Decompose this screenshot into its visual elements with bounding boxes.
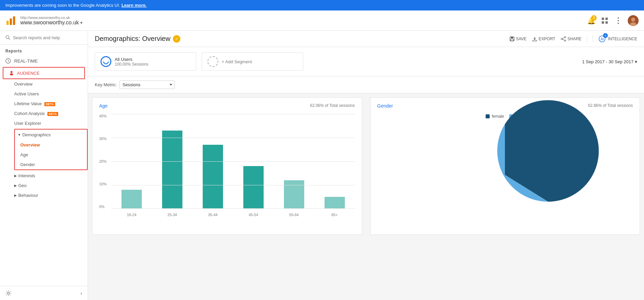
segment-info: All Users 100.00% Sessions [115,57,148,67]
audience-sub-items: Overview Active Users Lifetime Value BET… [0,79,88,200]
empty-ring-icon [207,56,218,67]
y-label-40: 40% [99,114,107,118]
intelligence-badge: 6 [603,33,608,38]
ga-logo-icon[interactable] [5,15,16,26]
grid-line-30 [111,138,355,138]
svg-point-11 [631,18,635,22]
grid-line-10 [111,185,355,185]
export-button[interactable]: EXPORT [532,36,555,42]
key-metric-row: Key Metric: Sessions Users Pageviews Pag… [88,76,644,93]
legend-female: female [486,114,504,119]
sidebar-item-demographics-age[interactable]: Age [20,150,87,160]
pie-chart-svg [454,124,556,226]
search-icon [5,35,10,40]
x-axis-labels: 18-24 25-34 35-44 45-54 55-64 65+ [111,210,355,217]
svg-rect-2 [13,16,15,25]
demographics-box: ▼ Demographics Overview Age Gender [14,129,88,170]
sidebar-item-audience[interactable]: AUDIENCE [3,68,84,78]
sidebar-item-geo[interactable]: ▶ Geo [14,181,88,190]
bar-65plus-rect [325,197,345,209]
age-chart-meta: 62.06% of Total sessions [310,103,355,108]
grid-line-20 [111,161,355,162]
bar-18-24[interactable] [114,190,149,209]
intelligence-button[interactable]: AI 6 INTELLIGENCE [593,35,637,43]
segment-row: All Users 100.00% Sessions + Add Segment… [88,47,644,76]
clock-icon [5,58,11,64]
svg-line-17 [8,61,9,62]
bar-45-54-rect [243,166,264,209]
person-icon [9,70,14,76]
x-label-65plus: 65+ [317,213,352,217]
site-url-main[interactable]: www.swoonworthy.co.uk ▾ [20,20,83,26]
key-metric-select[interactable]: Sessions Users Pageviews Pages / Session… [119,80,175,89]
top-banner: Improvements are coming soon to the Goog… [0,0,644,10]
y-label-0: 0% [99,205,107,209]
audience-section-box: AUDIENCE [3,67,85,79]
apps-grid-icon[interactable] [601,17,609,25]
age-chart-header: Age 62.06% of Total sessions [99,103,355,109]
banner-text: Improvements are coming soon to the Goog… [5,3,120,8]
pie-container: female male [377,114,633,226]
x-label-35-44: 35-44 [195,213,230,217]
age-chart-title: Age [99,103,108,109]
svg-rect-22 [511,37,513,39]
divider [587,36,587,42]
sidebar-item-active-users[interactable]: Active Users [14,89,88,99]
key-metric-label: Key Metric: [95,82,117,87]
sidebar-item-cohort-analysis[interactable]: Cohort Analysis BETA [14,109,88,118]
sidebar-item-demographics-gender[interactable]: Gender [20,160,87,169]
svg-point-20 [7,292,9,294]
header-bar: http://www.swoonworthy.co.uk www.swoonwo… [0,10,644,31]
add-segment-chip[interactable]: + Add Segment [202,52,303,71]
svg-line-27 [562,38,564,39]
age-chart-panel: Age 62.06% of Total sessions 40% 30% 20%… [92,97,362,235]
sidebar-item-lifetime-value[interactable]: Lifetime Value BETA [14,99,88,109]
search-input[interactable] [13,35,82,40]
demographics-sub: Overview Age Gender [15,140,87,169]
svg-point-7 [618,17,619,19]
save-button[interactable]: SAVE [509,36,527,42]
date-range-selector[interactable]: 1 Sep 2017 - 30 Sep 2017 ▾ [582,59,637,64]
bar-45-54[interactable] [236,166,271,209]
sidebar: Reports REAL-TIME AUDIENCE Overview Acti… [0,31,88,300]
sidebar-item-demographics[interactable]: ▼ Demographics [15,130,87,140]
grid-line-40 [111,114,355,114]
sidebar-item-behaviour[interactable]: ▶ Behaviour [14,190,88,200]
notification-bell-icon[interactable]: 🔔 2 [587,17,595,25]
search-box[interactable] [0,31,88,45]
sidebar-item-overview[interactable]: Overview [14,79,88,89]
bar-25-34-rect [162,131,182,209]
x-label-18-24: 18-24 [114,213,149,217]
main-content: Demographics: Overview ✓ SAVE EXPORT SHA… [88,31,644,300]
geo-label: Geo [18,183,27,188]
sidebar-settings[interactable]: ‹ [0,286,88,300]
svg-point-31 [104,59,108,64]
page-title: Demographics: Overview ✓ [95,35,180,43]
share-button[interactable]: SHARE [561,36,581,42]
sidebar-item-demographics-overview[interactable]: Overview [20,140,87,150]
bar-25-34[interactable] [155,131,190,209]
gender-chart-meta: 62.86% of Total sessions [588,103,633,108]
banner-link[interactable]: Learn more. [121,3,147,8]
bar-35-44[interactable] [195,145,230,209]
user-avatar[interactable] [628,15,639,26]
audience-label: AUDIENCE [17,71,40,76]
female-legend-dot [486,114,490,118]
share-icon [561,36,566,42]
svg-point-24 [564,37,566,38]
sidebar-reports-label: Reports [0,45,88,55]
sidebar-item-interests[interactable]: ▶ Interests [14,171,88,181]
bar-65plus[interactable] [317,197,352,209]
more-options-icon[interactable] [614,17,622,25]
grid-line-0 [111,208,355,209]
bar-55-64[interactable] [276,180,312,209]
charts-row: Age 62.06% of Total sessions 40% 30% 20%… [88,93,644,239]
all-users-segment[interactable]: All Users 100.00% Sessions [95,52,196,71]
bar-18-24-rect [121,190,142,209]
sidebar-item-user-explorer[interactable]: User Explorer [14,118,88,128]
site-url-small: http://www.swoonworthy.co.uk [20,16,83,20]
realtime-label: REAL-TIME [14,59,38,64]
svg-point-9 [618,23,619,24]
gender-chart-header: Gender 62.86% of Total sessions [377,103,633,109]
sidebar-item-realtime[interactable]: REAL-TIME [0,55,88,67]
